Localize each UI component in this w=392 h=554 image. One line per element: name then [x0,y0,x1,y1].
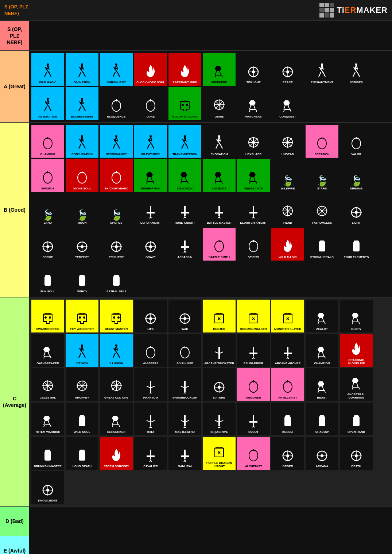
card-mercy[interactable]: MERCY [66,262,98,295]
card-alchemist[interactable]: ALCHEMIST [237,437,270,470]
card-light[interactable]: LIGHT [340,193,373,226]
card-war-magic[interactable]: WAR MAGIC [31,53,64,86]
card-eloquence[interactable]: ELOQUENCE [100,87,133,120]
card-watchers[interactable]: WATCHERS [237,87,270,120]
card-bladesinging[interactable]: BLADESINGING [66,87,98,120]
card-wildfire[interactable]: 🍃WILDFIRE [271,159,304,192]
card-rune-knight[interactable]: RUNE KNIGHT [168,193,201,226]
card-monster-slayer[interactable]: MONSTER SLAYER [271,300,304,332]
card-drunken-master[interactable]: DRUNKEN MASTER [31,437,64,470]
card-beast[interactable]: BEAST [306,368,338,401]
card-clockwork-soul[interactable]: CLOCKWORK SOUL [134,53,167,86]
card-fathomless[interactable]: FATHOMLESS [306,193,338,226]
card-nature[interactable]: NATURE [203,368,236,401]
card-moon[interactable]: 🍃MOON [66,193,98,226]
card-glory[interactable]: GLORY [340,300,373,332]
card-assassin[interactable]: ASSASSIN [168,228,201,261]
card-illusion[interactable]: ILLUSION [100,334,133,367]
card-shadow-magic[interactable]: SHADOW MAGIC [100,159,133,192]
card-valor[interactable]: VALOR [340,125,373,158]
card-beast-master[interactable]: BEAST MASTER [100,300,133,332]
card-horizon-walker[interactable]: HORIZON WALKER [237,300,270,332]
card-long-death[interactable]: LONG DEATH [66,437,98,470]
card-sun-soul[interactable]: SUN SOUL [31,262,64,295]
card-mastermind[interactable]: MASTERMIND [168,403,201,435]
card-tempest[interactable]: TEMPEST [66,228,98,261]
card-evocation[interactable]: EVOCATION [203,125,236,158]
card-purple-dragon-knight[interactable]: PURPLE DRAGON KNIGHT [203,437,236,470]
card-gloom-stalker[interactable]: GLOOM STALKER [168,87,201,120]
card-celestial[interactable]: CELESTIAL [31,368,64,401]
card-lore[interactable]: LORE [134,87,167,120]
card-divination[interactable]: DIVINATION [66,53,98,86]
card-storm-sorcery[interactable]: STORM SORCERY [100,437,133,470]
card-artillerist[interactable]: ARTILLERIST [271,368,304,401]
card-conjuration[interactable]: CONJURATION [66,125,98,158]
card-inquisitive[interactable]: INQUISITIVE [203,403,236,435]
card-berserker[interactable]: BERSERKER [100,403,133,435]
card-abjuration[interactable]: ABJURATION [31,87,64,120]
card-battle-smith[interactable]: BATTLE SMITH [203,228,236,261]
card-spirits[interactable]: SPIRITS [237,228,270,261]
card-totem-warrior[interactable]: TOTEM WARRIOR [31,403,64,435]
card-cavalier[interactable]: CAVALIER [134,437,167,470]
card-twilight[interactable]: TWILIGHT [237,53,270,86]
card-eldritch-knight[interactable]: ELDRITCH KNIGHT [237,193,270,226]
card-devotion[interactable]: DEVOTION [168,159,201,192]
card-soulknife[interactable]: SOULKNIFE [168,334,201,367]
card-aberrant-mind[interactable]: ABERRANT MIND [168,53,201,86]
card-conquest[interactable]: CONQUEST [271,87,304,120]
card-samurai[interactable]: SAMURAI [168,437,201,470]
card-four-elements[interactable]: FOUR ELEMENTS [340,228,373,261]
card-crown[interactable]: CROWN [66,334,98,367]
card-swashbuckler[interactable]: SWASHBUCKLER [168,368,201,401]
card-creation[interactable]: CREATION [306,125,338,158]
card-armorer[interactable]: ARMORER [237,368,270,401]
card-thief[interactable]: THIEF [134,403,167,435]
card-grave[interactable]: GRAVE [134,228,167,261]
card-enchantment[interactable]: ENCHANTMENT [306,53,338,86]
card-wild-magic[interactable]: WILD MAGIC [271,228,304,261]
card-swarmkeeper[interactable]: SWARMKEEPER [31,300,64,332]
card-ancestral-guardian[interactable]: ANCESTRAL GUARDIAN [340,368,373,401]
card-hunter[interactable]: HUNTER [203,300,236,332]
card-graviturgy[interactable]: GRAVITURGY [134,125,167,158]
card-storm-herald[interactable]: STORM HERALD [306,228,338,261]
card-life[interactable]: LIFE [134,300,167,332]
card-vengeance[interactable]: VENGEANCE [237,159,270,192]
card-champion[interactable]: CHAMPION [306,334,338,367]
card-hexblade[interactable]: HEXBLADE [237,125,270,158]
card-zealot[interactable]: ZEALOT [306,300,338,332]
card-scribes[interactable]: SCRIBES [340,53,373,86]
card-great-old-one[interactable]: GREAT OLD ONE [100,368,133,401]
card-transmutation[interactable]: TRANSMUTATION [168,125,201,158]
card-draconic-bloodline[interactable]: DRACONIC BLOODLINE [340,334,373,367]
card-war[interactable]: WAR [168,300,201,332]
card-swords[interactable]: SWORDS [31,159,64,192]
card-archfey[interactable]: ARCHFEY [66,368,98,401]
card-kensei[interactable]: KENSEI [271,403,304,435]
card-scout[interactable]: SCOUT [237,403,270,435]
card-fiend[interactable]: FIEND [271,193,304,226]
card-death[interactable]: DEATH [340,437,373,470]
card-order[interactable]: ORDER [271,437,304,470]
card-divine-soul[interactable]: DIVINE SOUL [66,159,98,192]
card-forge[interactable]: FORGE [31,228,64,261]
card-trickery[interactable]: TRICKERY [100,228,133,261]
card-phantom[interactable]: PHANTOM [134,368,167,401]
card-arcane-trickster[interactable]: ARCANE TRICKSTER [203,334,236,367]
card-dreams[interactable]: 🍃DREAMS [340,159,373,192]
card-fey-wanderer[interactable]: FEY WANDERER [66,300,98,332]
card-genie[interactable]: GENIE [203,87,236,120]
card-psi-warrior[interactable]: PSI WARRIOR [237,334,270,367]
card-stars[interactable]: 🍃STARS [306,159,338,192]
card-whispers[interactable]: WHISPERS [134,334,167,367]
card-glamour[interactable]: GLAMOUR [31,125,64,158]
card-land[interactable]: 🍃LAND [31,193,64,226]
card-oathbreaker[interactable]: OATHBREAKER [31,334,64,367]
card-peace[interactable]: PEACE [271,53,304,86]
card-necromancy[interactable]: NECROMANCY [100,125,133,158]
card-arcana[interactable]: ARCANA [306,437,338,470]
card-battle-master[interactable]: BATTLE MASTER [203,193,236,226]
card-arcane-archer[interactable]: ARCANE ARCHER [271,334,304,367]
